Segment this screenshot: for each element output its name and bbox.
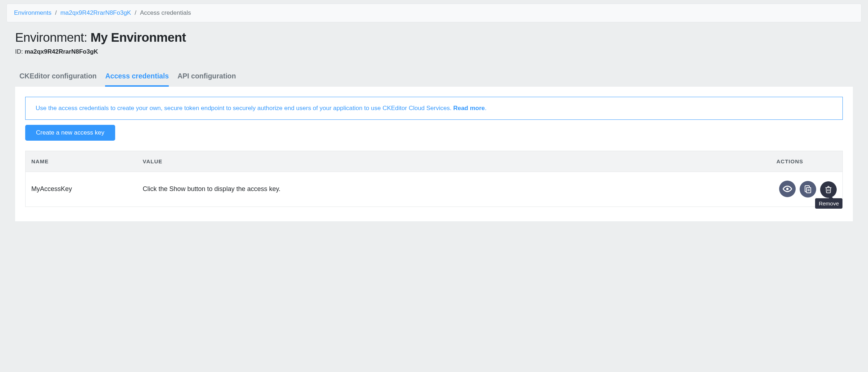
copy-button[interactable]: [800, 181, 816, 198]
breadcrumb-separator: /: [55, 9, 57, 17]
tab-api-configuration[interactable]: API configuration: [177, 69, 236, 87]
breadcrumb-link-environments[interactable]: Environments: [14, 9, 51, 17]
breadcrumb-current: Access credentials: [140, 9, 191, 17]
remove-tooltip: Remove: [815, 198, 842, 209]
cell-name: MyAccessKey: [26, 172, 137, 207]
info-banner: Use the access credentials to create you…: [25, 97, 843, 120]
tab-ckeditor-configuration[interactable]: CKEditor configuration: [19, 69, 96, 87]
cell-actions: Remove: [771, 172, 843, 207]
show-button[interactable]: [779, 181, 796, 197]
breadcrumb-separator: /: [135, 9, 136, 17]
info-read-more-link[interactable]: Read more: [453, 105, 485, 112]
table-row: MyAccessKey Click the Show button to dis…: [26, 172, 843, 207]
env-id-label: ID:: [15, 48, 24, 55]
breadcrumb: Environments / ma2qx9R42RrarN8Fo3gK / Ac…: [6, 4, 862, 22]
content-panel: Use the access credentials to create you…: [15, 87, 853, 221]
tab-access-credentials[interactable]: Access credentials: [105, 69, 169, 87]
page-title-prefix: Environment:: [15, 30, 90, 44]
eye-icon: [783, 184, 792, 194]
tabs: CKEditor configuration Access credential…: [0, 60, 868, 87]
info-suffix: .: [485, 105, 487, 112]
env-id-value: ma2qx9R42RrarN8Fo3gK: [24, 48, 98, 55]
trash-icon: [824, 186, 832, 194]
table-header-row: NAME VALUE ACTIONS: [26, 151, 843, 172]
info-text: Use the access credentials to create you…: [36, 105, 453, 112]
col-header-actions: ACTIONS: [771, 151, 843, 172]
cell-value: Click the Show button to display the acc…: [137, 172, 771, 207]
col-header-value: VALUE: [137, 151, 771, 172]
page-title-name: My Environment: [90, 30, 186, 44]
svg-rect-1: [806, 187, 811, 193]
environment-id: ID: ma2qx9R42RrarN8Fo3gK: [15, 48, 853, 55]
page-title: Environment: My Environment: [15, 30, 853, 45]
svg-point-0: [786, 187, 789, 190]
copy-icon: [804, 185, 812, 194]
breadcrumb-link-env-id[interactable]: ma2qx9R42RrarN8Fo3gK: [60, 9, 131, 17]
page-header: Environment: My Environment ID: ma2qx9R4…: [0, 22, 868, 60]
access-keys-table: NAME VALUE ACTIONS MyAccessKey Click the…: [25, 151, 843, 207]
create-access-key-button[interactable]: Create a new access key: [25, 125, 115, 141]
remove-button[interactable]: [820, 181, 837, 198]
col-header-name: NAME: [26, 151, 137, 172]
